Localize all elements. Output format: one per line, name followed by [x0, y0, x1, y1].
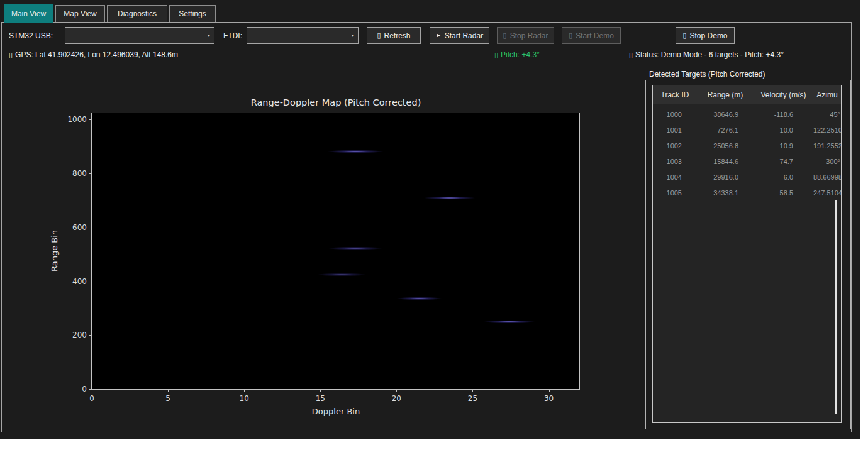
tab-pane-border	[1, 22, 852, 432]
screenshot-stage: Main View Map View Diagnostics Settings …	[0, 0, 868, 450]
tab-settings[interactable]: Settings	[169, 5, 216, 22]
tab-label: Settings	[179, 9, 206, 18]
tab-diagnostics[interactable]: Diagnostics	[107, 5, 167, 22]
app-window: Main View Map View Diagnostics Settings …	[0, 0, 860, 439]
tab-label: Diagnostics	[118, 9, 157, 18]
tab-label: Map View	[64, 9, 96, 18]
tab-map-view[interactable]: Map View	[55, 5, 105, 22]
tab-main-view[interactable]: Main View	[4, 4, 53, 23]
tab-label: Main View	[11, 9, 46, 18]
